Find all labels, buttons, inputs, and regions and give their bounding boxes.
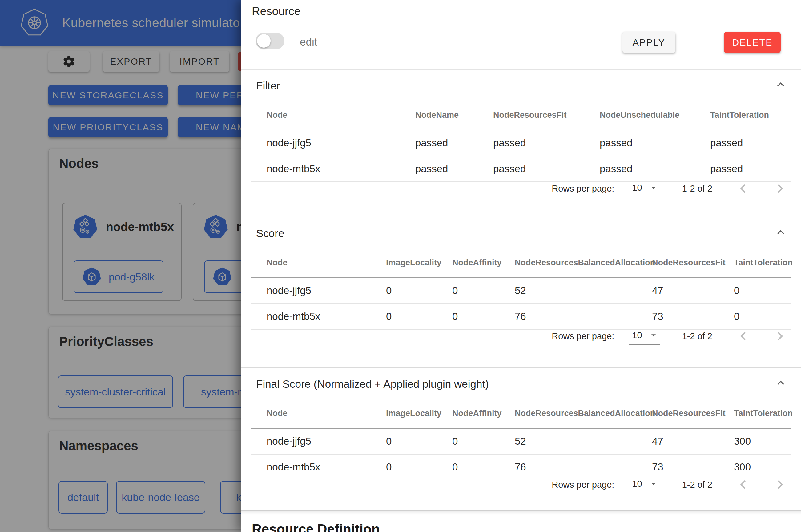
resource-drawer: Resource edit APPLY DELETE Filter NodeNo… xyxy=(241,0,801,532)
caret-down-icon xyxy=(648,182,659,193)
value-cell: 0 xyxy=(370,429,436,454)
column-header: NodeUnschedulable xyxy=(584,100,694,130)
node-name-cell: node-mtb5x xyxy=(251,304,370,329)
value-cell: 0 xyxy=(436,278,499,304)
filter-table: NodeNodeNameNodeResourcesFitNodeUnschedu… xyxy=(251,100,791,182)
node-name-cell: node-jjfg5 xyxy=(251,130,399,156)
collapse-final-score-button[interactable] xyxy=(774,376,787,390)
delete-button[interactable]: DELETE xyxy=(724,32,781,53)
pagination-range: 1-2 of 2 xyxy=(682,184,712,194)
column-header: ImageLocality xyxy=(370,399,436,429)
value-cell: passed xyxy=(399,156,477,182)
node-name-cell: node-jjfg5 xyxy=(251,429,370,454)
chevron-up-icon xyxy=(774,376,787,390)
final-score-pagination: Rows per page: 10 1-2 of 2 xyxy=(552,474,789,496)
rows-per-page-select[interactable]: 10 xyxy=(629,476,660,493)
rows-per-page-value: 10 xyxy=(632,183,642,193)
previous-page-button[interactable] xyxy=(734,180,752,197)
value-cell: 0 xyxy=(370,454,436,480)
value-cell: 0 xyxy=(436,454,499,480)
filter-section: Filter NodeNodeNameNodeResourcesFitNodeU… xyxy=(241,70,801,217)
edit-toggle-label: edit xyxy=(300,36,317,48)
node-name-cell: node-mtb5x xyxy=(251,454,370,480)
rows-per-page-label: Rows per page: xyxy=(552,331,614,341)
pagination-range: 1-2 of 2 xyxy=(682,480,712,490)
apply-button[interactable]: APPLY xyxy=(622,32,675,53)
caret-down-icon xyxy=(648,330,659,340)
caret-down-icon xyxy=(648,478,659,489)
final-score-table: NodeImageLocalityNodeAffinityNodeResourc… xyxy=(251,399,791,480)
resource-definition-title: Resource Definition xyxy=(252,521,380,532)
rows-per-page-value: 10 xyxy=(632,479,642,489)
node-name-cell: node-jjfg5 xyxy=(251,278,370,304)
filter-pagination: Rows per page: 10 1-2 of 2 xyxy=(552,177,789,200)
column-header: ImageLocality xyxy=(370,248,436,278)
next-page-button[interactable] xyxy=(771,476,789,493)
value-cell: passed xyxy=(694,130,791,156)
chevron-up-icon xyxy=(774,225,787,239)
value-cell: 300 xyxy=(718,429,791,454)
final-score-section: Final Score (Normalized + Applied plugin… xyxy=(241,367,801,511)
column-header: Node xyxy=(251,100,399,130)
column-header: NodeAffinity xyxy=(436,248,499,278)
value-cell: passed xyxy=(477,130,584,156)
value-cell: 0 xyxy=(718,278,791,304)
rows-per-page-label: Rows per page: xyxy=(552,480,614,490)
edit-toggle[interactable] xyxy=(255,33,285,49)
filter-section-title: Filter xyxy=(256,80,280,92)
collapse-score-button[interactable] xyxy=(774,225,787,239)
pagination-range: 1-2 of 2 xyxy=(682,331,712,341)
chevron-up-icon xyxy=(774,78,787,91)
value-cell: 0 xyxy=(436,304,499,329)
resource-drawer-header: Resource edit APPLY DELETE xyxy=(241,0,801,70)
column-header: Node xyxy=(251,248,370,278)
column-header: Node xyxy=(251,399,370,429)
value-cell: 47 xyxy=(636,278,718,304)
value-cell: passed xyxy=(399,130,477,156)
column-header: TaintToleration xyxy=(694,100,791,130)
table-row: node-jjfg50052470 xyxy=(251,278,791,304)
previous-page-button[interactable] xyxy=(734,476,752,493)
rows-per-page-label: Rows per page: xyxy=(552,184,614,194)
rows-per-page-select[interactable]: 10 xyxy=(629,180,660,197)
score-section: Score NodeImageLocalityNodeAffinityNodeR… xyxy=(241,217,801,367)
value-cell: 0 xyxy=(370,278,436,304)
next-page-button[interactable] xyxy=(771,180,789,197)
column-header: NodeAffinity xyxy=(436,399,499,429)
value-cell: 52 xyxy=(499,429,636,454)
resource-title: Resource xyxy=(252,5,301,18)
value-cell: 0 xyxy=(436,429,499,454)
next-page-button[interactable] xyxy=(771,327,789,345)
column-header: NodeName xyxy=(399,100,477,130)
column-header: NodeResourcesFit xyxy=(477,100,584,130)
value-cell: 0 xyxy=(370,304,436,329)
column-header: TaintToleration xyxy=(718,399,791,429)
previous-page-button[interactable] xyxy=(734,327,752,345)
value-cell: passed xyxy=(584,130,694,156)
rows-per-page-value: 10 xyxy=(632,330,642,340)
edit-toggle-thumb xyxy=(257,34,271,48)
score-pagination: Rows per page: 10 1-2 of 2 xyxy=(552,325,789,347)
score-section-title: Score xyxy=(256,227,284,240)
node-name-cell: node-mtb5x xyxy=(251,156,399,182)
value-cell: 52 xyxy=(499,278,636,304)
final-score-section-title: Final Score (Normalized + Applied plugin… xyxy=(256,378,489,390)
resource-definition-section: Resource Definition xyxy=(241,511,801,532)
column-header: TaintToleration xyxy=(718,248,791,278)
value-cell: 47 xyxy=(636,429,718,454)
column-header: NodeResourcesBalancedAllocation xyxy=(499,248,636,278)
table-row: node-jjfg5005247300 xyxy=(251,429,791,454)
column-header: NodeResourcesBalancedAllocation xyxy=(499,399,636,429)
rows-per-page-select[interactable]: 10 xyxy=(629,327,660,345)
collapse-filter-button[interactable] xyxy=(774,78,787,91)
table-row: node-jjfg5passedpassedpassedpassed xyxy=(251,130,791,156)
score-table: NodeImageLocalityNodeAffinityNodeResourc… xyxy=(251,248,791,330)
